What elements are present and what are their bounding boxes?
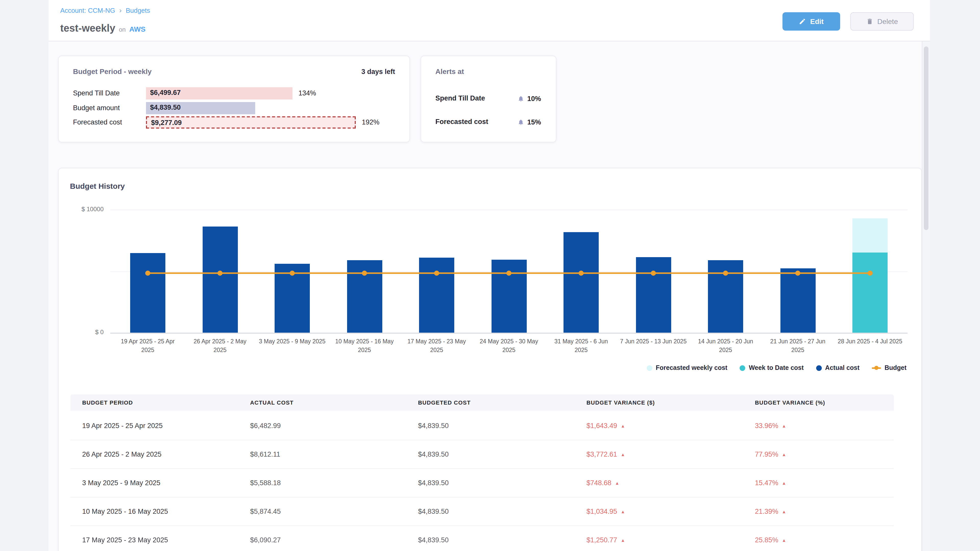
edit-button[interactable]: Edit (783, 12, 840, 30)
legend-marker-icon (646, 365, 652, 371)
budgeted-cost-cell: $4,839.50 (418, 412, 449, 440)
legend-marker-icon (816, 365, 821, 371)
actual-cost-bar[interactable] (130, 253, 165, 333)
up-arrow-icon: ▲ (782, 526, 786, 551)
week-to-date-cost-bar[interactable] (853, 253, 888, 333)
period-cell: 3 May 2025 - 9 May 2025 (82, 469, 160, 497)
actual-cost-bar[interactable] (419, 258, 454, 333)
x-axis-category-label: 19 Apr 2025 - 25 Apr 2025 (114, 337, 181, 354)
table-row: 26 Apr 2025 - 2 May 2025$8,612.11$4,839.… (70, 440, 894, 469)
gridline-10000 (110, 210, 907, 210)
budget-detail-page: Account: CCM-NG › Budgets test-weekly on… (0, 0, 980, 551)
variance-pct-cell: 33.96%▲ (755, 412, 786, 440)
main-panel: Account: CCM-NG › Budgets test-weekly on… (48, 0, 930, 551)
page-title: test-weekly (60, 22, 115, 34)
legend-item-week-to-date-cost[interactable]: Week to Date cost (740, 364, 803, 372)
actual-cost-cell: $6,090.27 (250, 526, 281, 551)
table-column-header: ACTUAL COST (250, 394, 293, 411)
table-row: 10 May 2025 - 16 May 2025$5,874.45$4,839… (70, 497, 894, 526)
chart-legend: Forecasted weekly costWeek to Date costA… (646, 364, 907, 372)
budgeted-cost-cell: $4,839.50 (418, 440, 449, 469)
variance-value: $1,034.95 (587, 497, 617, 526)
budget-period-row: Budget amount$4,839.50 (59, 102, 409, 114)
forecasted-weekly-cost-bar[interactable] (853, 219, 888, 253)
y-axis-tick-label: $ 10000 (63, 206, 103, 213)
legend-item-actual-cost[interactable]: Actual cost (816, 364, 859, 372)
legend-item-budget[interactable]: Budget (872, 364, 907, 372)
budget-period-row-label: Budget amount (73, 102, 120, 114)
period-cell: 19 Apr 2025 - 25 Apr 2025 (82, 412, 162, 440)
table-row: 3 May 2025 - 9 May 2025$5,588.18$4,839.5… (70, 469, 894, 497)
table-column-header: BUDGET VARIANCE ($) (587, 394, 655, 411)
variance-pct-cell: 15.47%▲ (755, 469, 786, 497)
vertical-scrollbar[interactable] (922, 41, 930, 551)
actual-cost-bar[interactable] (636, 257, 671, 333)
actual-cost-bar[interactable] (275, 264, 310, 333)
actual-cost-bar[interactable] (780, 268, 815, 333)
days-left-label: 3 days left (361, 68, 395, 76)
budget-period-row-label: Spend Till Date (73, 87, 120, 100)
actual-cost-bar[interactable] (347, 260, 382, 333)
y-axis-tick-label: $ 0 (63, 329, 103, 336)
variance-value: 21.39% (755, 497, 778, 526)
alert-threshold: 15% (517, 116, 541, 128)
table-column-header: BUDGET VARIANCE (%) (755, 394, 825, 411)
variance-value: 25.85% (755, 526, 778, 551)
budget-bar: $4,839.50 (146, 102, 255, 114)
variance-usd-cell: $1,250.77▲ (587, 526, 625, 551)
variance-pct-cell: 77.95%▲ (755, 440, 786, 469)
page-header: Account: CCM-NG › Budgets test-weekly on… (48, 0, 930, 41)
budget-period-row: Forecasted cost$9,277.09192% (59, 116, 409, 129)
up-arrow-icon: ▲ (782, 469, 786, 497)
actual-cost-cell: $6,482.99 (250, 412, 281, 440)
legend-item-forecasted-weekly-cost[interactable]: Forecasted weekly cost (646, 364, 727, 372)
title-row: test-weekly on AWS (60, 22, 145, 34)
up-arrow-icon: ▲ (782, 412, 786, 440)
period-cell: 26 Apr 2025 - 2 May 2025 (82, 440, 162, 469)
trash-icon (866, 18, 873, 25)
x-axis-category-label: 21 Jun 2025 - 27 Jun 2025 (764, 337, 832, 354)
variance-value: 77.95% (755, 440, 778, 469)
table-body: 19 Apr 2025 - 25 Apr 2025$6,482.99$4,839… (70, 412, 894, 551)
variance-value: 15.47% (755, 469, 778, 497)
alert-threshold: 10% (517, 92, 541, 105)
x-axis-category-label: 17 May 2025 - 23 May 2025 (403, 337, 470, 354)
budget-period-row: Spend Till Date$6,499.67134% (59, 87, 409, 100)
actual-cost-bar[interactable] (491, 259, 527, 333)
scrollbar-thumb[interactable] (924, 46, 928, 230)
forecast-value: $9,277.09 (151, 118, 182, 128)
edit-button-label: Edit (810, 17, 824, 25)
variance-value: $748.68 (587, 469, 611, 497)
actual-cost-bar[interactable] (563, 232, 599, 333)
up-arrow-icon: ▲ (615, 469, 619, 497)
cloud-provider-label: AWS (129, 25, 145, 33)
budget-period-row-label: Forecasted cost (73, 116, 122, 129)
bell-icon (517, 119, 524, 125)
legend-line-dot (874, 366, 878, 370)
budget-history-card: Budget History $ 10000$ 019 Apr 2025 - 2… (58, 168, 922, 551)
legend-label: Budget (885, 364, 907, 372)
legend-line-marker-icon (872, 367, 881, 368)
table-header-row: BUDGET PERIODACTUAL COSTBUDGETED COSTBUD… (70, 394, 894, 411)
variance-pct-cell: 25.85%▲ (755, 526, 786, 551)
actual-cost-bar[interactable] (708, 260, 743, 333)
variance-value: $3,772.61 (587, 440, 617, 469)
delete-button[interactable]: Delete (850, 12, 914, 30)
variance-usd-cell: $748.68▲ (587, 469, 619, 497)
actual-cost-cell: $5,588.18 (250, 469, 281, 497)
title-connector: on (119, 26, 126, 33)
x-axis-category-label: 3 May 2025 - 9 May 2025 (259, 337, 326, 346)
x-axis-category-label: 31 May 2025 - 6 Jun 2025 (547, 337, 615, 354)
budget-period-card: Budget Period - weekly 3 days left Spend… (58, 56, 410, 142)
budgeted-cost-cell: $4,839.50 (418, 497, 449, 526)
breadcrumb-budgets-link[interactable]: Budgets (126, 6, 150, 14)
x-axis-category-label: 14 Jun 2025 - 20 Jun 2025 (692, 337, 759, 354)
variance-usd-cell: $1,643.49▲ (587, 412, 625, 440)
breadcrumb-account-link[interactable]: Account: CCM-NG (60, 6, 115, 14)
actual-cost-bar[interactable] (202, 227, 238, 333)
x-axis-category-label: 28 Jun 2025 - 4 Jul 2025 (836, 337, 904, 346)
alert-row: Forecasted cost15% (421, 116, 556, 128)
table-column-header: BUDGET PERIOD (82, 394, 133, 411)
actual-cost-cell: $8,612.11 (250, 440, 280, 469)
budget-history-table: BUDGET PERIODACTUAL COSTBUDGETED COSTBUD… (70, 394, 894, 551)
